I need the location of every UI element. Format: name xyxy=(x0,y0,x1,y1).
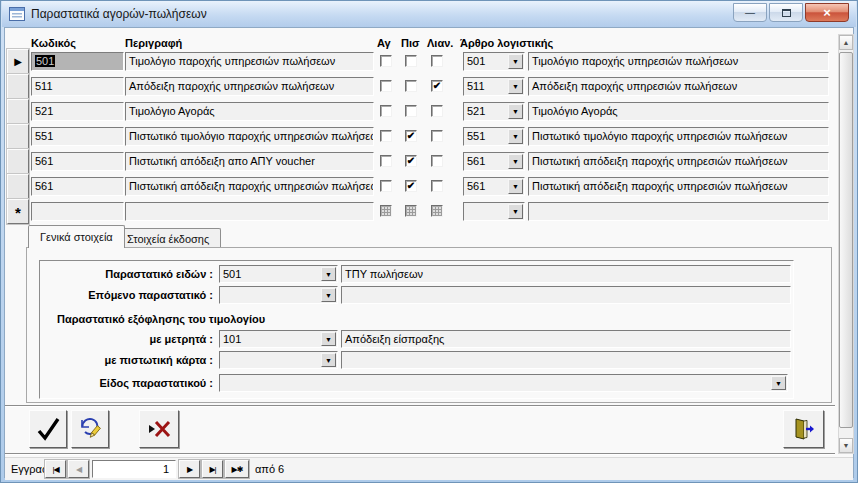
checkbox-pis[interactable]: ✔ xyxy=(405,130,417,142)
header-description: Περιγραφή xyxy=(125,37,182,49)
article-code-combo[interactable]: 561▼ xyxy=(463,177,525,196)
article-code-combo[interactable]: ▼ xyxy=(463,202,525,221)
code-field[interactable]: 511 xyxy=(31,77,124,96)
dropdown-icon[interactable]: ▼ xyxy=(321,288,336,302)
delete-button[interactable] xyxy=(139,410,179,448)
scroll-down-button[interactable]: ▼ xyxy=(839,438,853,453)
article-code-combo[interactable]: 551▼ xyxy=(463,127,525,146)
cash-text[interactable]: Απόδειξη είσπραξης xyxy=(341,330,791,348)
next-document-text[interactable] xyxy=(341,286,791,304)
article-description-field[interactable]: Απόδειξη παροχής υπηρεσιών πωλήσεων xyxy=(528,77,829,96)
checkbox-pis[interactable] xyxy=(405,80,417,92)
dropdown-icon[interactable]: ▼ xyxy=(321,332,336,346)
dropdown-icon[interactable]: ▼ xyxy=(508,79,523,94)
credit-card-combo[interactable]: ▼ xyxy=(219,351,338,369)
article-code-combo[interactable]: 521▼ xyxy=(463,102,525,121)
dropdown-icon[interactable]: ▼ xyxy=(508,154,523,169)
checkbox-pis[interactable] xyxy=(405,205,417,217)
form-client-area: Κωδικός Περιγραφή Αγ Πισ Λιαν. Άρθρο λογ… xyxy=(4,27,854,478)
checkbox-pis[interactable]: ✔ xyxy=(405,155,417,167)
description-field[interactable]: Πιστωτικό τιμολόγιο παροχής υπηρεσιών πω… xyxy=(125,127,374,146)
code-field[interactable]: 551 xyxy=(31,127,124,146)
checkbox-ag[interactable] xyxy=(380,155,392,167)
checkbox-ag[interactable] xyxy=(380,55,392,67)
description-field[interactable] xyxy=(125,202,374,221)
confirm-button[interactable] xyxy=(29,410,67,448)
article-description-field[interactable]: Πιστωτική απόδειξη παροχής υπηρεσιών πωλ… xyxy=(528,177,829,196)
kind-combo[interactable]: ▼ xyxy=(219,374,788,392)
row-selector[interactable]: * xyxy=(7,199,29,224)
next-document-combo[interactable]: ▼ xyxy=(219,286,338,304)
code-field[interactable] xyxy=(31,202,124,221)
title-bar[interactable]: Παραστατικά αγορών-πωλήσεων — × xyxy=(2,1,856,27)
cash-combo[interactable]: 101▼ xyxy=(219,330,338,348)
code-field[interactable]: 501 xyxy=(31,52,124,71)
dropdown-icon[interactable]: ▼ xyxy=(508,204,523,219)
dropdown-icon[interactable]: ▼ xyxy=(508,104,523,119)
description-field[interactable]: Απόδειξη παροχής υπηρεσιών πωλήσεων xyxy=(125,77,374,96)
row-selector[interactable] xyxy=(7,124,29,149)
description-field[interactable]: Τιμολόγιο Αγοράς xyxy=(125,102,374,121)
code-field[interactable]: 561 xyxy=(31,152,124,171)
checkbox-lian[interactable] xyxy=(431,180,443,192)
article-description-field[interactable] xyxy=(528,202,829,221)
article-description-field[interactable]: Τιμολόγιο παροχής υπηρεσιών πωλήσεων xyxy=(528,52,829,71)
checkbox-pis[interactable] xyxy=(405,105,417,117)
checkbox-lian[interactable] xyxy=(431,205,443,217)
checkbox-lian[interactable] xyxy=(431,105,443,117)
exit-button[interactable] xyxy=(783,410,824,448)
undo-button[interactable] xyxy=(71,410,109,448)
checkbox-ag[interactable] xyxy=(380,80,392,92)
scroll-up-button[interactable]: ▲ xyxy=(839,35,853,50)
checkbox-ag[interactable] xyxy=(380,130,392,142)
checkbox-lian[interactable] xyxy=(431,130,443,142)
credit-card-text[interactable] xyxy=(341,351,791,369)
dropdown-icon[interactable]: ▼ xyxy=(508,179,523,194)
article-description-field[interactable]: Πιστωτικό τιμολόγιο παροχής υπηρεσιών πω… xyxy=(528,127,829,146)
article-description-field[interactable]: Τιμολόγιο Αγοράς xyxy=(528,102,829,121)
article-code-combo[interactable]: 511▼ xyxy=(463,77,525,96)
next-record-button[interactable]: ▶ xyxy=(179,460,200,478)
new-record-button[interactable]: ▶✱ xyxy=(225,460,249,478)
checkbox-pis[interactable] xyxy=(405,55,417,67)
row-selector[interactable] xyxy=(7,149,29,174)
first-record-button[interactable]: |◀ xyxy=(45,460,66,478)
dropdown-icon[interactable]: ▼ xyxy=(508,54,523,69)
previous-record-button[interactable]: ◀ xyxy=(68,460,89,478)
article-description-field[interactable]: Πιστωτική απόδειξη παροχής υπηρεσιών πωλ… xyxy=(528,152,829,171)
description-field[interactable]: Πιστωτική απόδειξη απο ΑΠΥ voucher xyxy=(125,152,374,171)
dropdown-icon[interactable]: ▼ xyxy=(771,376,786,390)
document-kind-combo[interactable]: 501▼ xyxy=(219,265,338,283)
row-selector[interactable] xyxy=(7,99,29,124)
row-selector[interactable]: ▶ xyxy=(7,49,29,74)
checkbox-lian[interactable]: ✔ xyxy=(431,80,443,92)
minimize-button[interactable]: — xyxy=(733,3,767,22)
dropdown-icon[interactable]: ▼ xyxy=(321,267,336,281)
dropdown-icon[interactable]: ▼ xyxy=(321,353,336,367)
scrollbar-thumb[interactable] xyxy=(839,52,853,428)
record-marker-icon: * xyxy=(8,200,28,226)
row-selector[interactable] xyxy=(7,74,29,99)
document-kind-text[interactable]: ΤΠΥ πωλήσεων xyxy=(341,265,791,283)
dropdown-icon[interactable]: ▼ xyxy=(508,129,523,144)
code-field[interactable]: 561 xyxy=(31,177,124,196)
tab-issuance[interactable]: Στοιχεία έκδοσης xyxy=(115,228,221,247)
vertical-scrollbar[interactable]: ▲ ▼ xyxy=(838,34,854,454)
record-number-input[interactable]: 1 xyxy=(92,460,176,478)
description-field[interactable]: Τιμολόγιο παροχής υπηρεσιών πωλήσεων xyxy=(125,52,374,71)
checkbox-ag[interactable] xyxy=(380,180,392,192)
checkbox-ag[interactable] xyxy=(380,105,392,117)
article-code-combo[interactable]: 561▼ xyxy=(463,152,525,171)
close-button[interactable]: × xyxy=(805,3,849,22)
checkbox-pis[interactable]: ✔ xyxy=(405,180,417,192)
description-field[interactable]: Πιστωτική απόδειξη παροχής υπηρεσιών πωλ… xyxy=(125,177,374,196)
maximize-button[interactable] xyxy=(769,3,803,22)
checkbox-lian[interactable] xyxy=(431,155,443,167)
last-record-button[interactable]: ▶| xyxy=(202,460,223,478)
checkbox-ag[interactable] xyxy=(380,205,392,217)
row-selector[interactable] xyxy=(7,174,29,199)
checkbox-lian[interactable] xyxy=(431,55,443,67)
code-field[interactable]: 521 xyxy=(31,102,124,121)
article-code-combo[interactable]: 501▼ xyxy=(463,52,525,71)
tab-general[interactable]: Γενικά στοιχεία xyxy=(28,225,125,248)
